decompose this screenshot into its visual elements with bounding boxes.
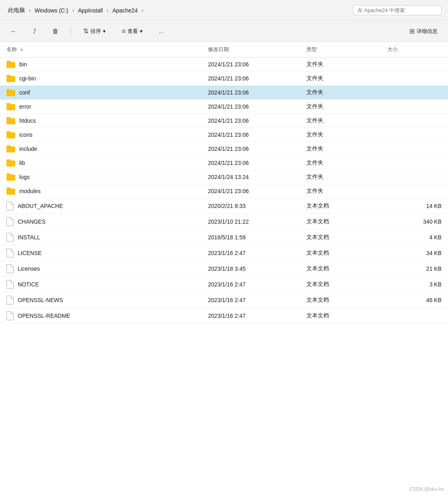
sort-button[interactable]: ⇅ 排序 ▾ (79, 25, 110, 37)
file-size (381, 156, 448, 170)
search-input[interactable] (353, 5, 442, 15)
breadcrumb-bar: 此电脑 › Windows (C:) › AppInstall › Apache… (0, 0, 448, 21)
file-name-cell: OPENSSL-NEWS (0, 292, 201, 308)
file-name: cgi-bin (19, 75, 36, 82)
breadcrumb-sep-1: › (29, 8, 31, 13)
more-label: ... (159, 28, 163, 34)
more-button[interactable]: ... (155, 26, 167, 37)
file-type: 文件夹 (300, 86, 381, 100)
folder-icon (6, 145, 15, 152)
back-button[interactable]: ← (6, 25, 21, 37)
table-row[interactable]: conf2024/1/21 23:06文件夹 (0, 86, 448, 100)
file-date: 2023/1/16 2:47 (201, 245, 300, 261)
view-button[interactable]: ≡ 查看 ▾ (118, 25, 147, 37)
file-name: error (19, 103, 31, 110)
col-header-size[interactable]: 大小 (381, 42, 448, 58)
file-date: 2024/1/21 23:06 (201, 128, 300, 142)
table-row[interactable]: ABOUT_APACHE2020/2/21 8:33文本文档14 KB (0, 198, 448, 214)
table-row[interactable]: bin2024/1/21 23:06文件夹 (0, 58, 448, 72)
table-row[interactable]: LICENSE2023/1/16 2:47文本文档34 KB (0, 245, 448, 261)
file-name-cell: icons (0, 128, 201, 142)
table-row[interactable]: INSTALL2016/5/18 1:59文本文档4 KB (0, 230, 448, 245)
breadcrumb-this-pc[interactable]: 此电脑 (6, 6, 27, 15)
table-row[interactable]: NOTICE2023/1/16 2:47文本文档3 KB (0, 277, 448, 292)
sort-arrow-name: ∧ (20, 47, 23, 52)
table-row[interactable]: include2024/1/21 23:06文件夹 (0, 142, 448, 156)
table-row[interactable]: error2024/1/21 23:06文件夹 (0, 100, 448, 114)
table-row[interactable]: Licenses2023/1/18 3:45文本文档21 KB (0, 261, 448, 277)
breadcrumb-windows[interactable]: Windows (C:) (33, 6, 70, 14)
file-size (381, 114, 448, 128)
table-row[interactable]: icons2024/1/21 23:06文件夹 (0, 128, 448, 142)
table-row[interactable]: htdocs2024/1/21 23:06文件夹 (0, 114, 448, 128)
details-button[interactable]: ⊞ 详细信息 (405, 25, 442, 37)
file-size (381, 142, 448, 156)
file-name-cell: bin (0, 58, 201, 72)
file-type: 文件夹 (300, 72, 381, 86)
file-size: 340 KB (381, 214, 448, 230)
file-name-cell: INSTALL (0, 230, 201, 245)
file-name-cell: OPENSSL-README (0, 308, 201, 324)
table-row[interactable]: cgi-bin2024/1/21 23:06文件夹 (0, 72, 448, 86)
file-type: 文件夹 (300, 114, 381, 128)
file-size (381, 58, 448, 72)
file-type: 文本文档 (300, 214, 381, 230)
file-size (381, 100, 448, 114)
file-name: NOTICE (18, 281, 39, 288)
breadcrumb-sep-3: › (107, 8, 109, 13)
details-label: 详细信息 (417, 28, 438, 35)
file-name-cell: cgi-bin (0, 72, 201, 86)
file-icon (6, 202, 14, 210)
file-date: 2023/1/16 2:47 (201, 308, 300, 324)
file-name-cell: include (0, 142, 201, 156)
file-name-cell: lib (0, 156, 201, 170)
file-date: 2023/1/16 2:47 (201, 292, 300, 308)
file-date: 2016/5/18 1:59 (201, 230, 300, 245)
sort-label: 排序 (90, 28, 101, 35)
table-row[interactable]: OPENSSL-NEWS2023/1/16 2:47文本文档46 KB (0, 292, 448, 308)
col-header-date[interactable]: 修改日期 (201, 42, 300, 58)
file-name: INSTALL (18, 234, 40, 241)
file-size: 34 KB (381, 245, 448, 261)
file-type: 文本文档 (300, 277, 381, 292)
file-type: 文件夹 (300, 156, 381, 170)
col-header-type[interactable]: 类型 (300, 42, 381, 58)
file-date: 2023/1/16 2:47 (201, 277, 300, 292)
file-type: 文件夹 (300, 184, 381, 198)
table-row[interactable]: lib2024/1/21 23:06文件夹 (0, 156, 448, 170)
file-name-cell: CHANGES (0, 214, 201, 230)
breadcrumb-sep-4: › (142, 8, 144, 13)
share-button[interactable]: ⤴ (29, 25, 40, 37)
toolbar-sep-1 (71, 27, 71, 36)
table-row[interactable]: CHANGES2023/1/10 21:22文本文档340 KB (0, 214, 448, 230)
file-date: 2024/1/21 23:06 (201, 184, 300, 198)
folder-icon (6, 103, 15, 110)
file-name: bin (19, 61, 27, 68)
back-icon: ← (10, 28, 17, 35)
file-date: 2024/1/21 23:06 (201, 114, 300, 128)
table-row[interactable]: logs2024/1/24 13:24文件夹 (0, 170, 448, 184)
file-type: 文本文档 (300, 261, 381, 277)
file-name: include (19, 146, 37, 152)
details-icon: ⊞ (409, 27, 415, 35)
view-icon: ≡ (122, 28, 125, 35)
file-size: 21 KB (381, 261, 448, 277)
breadcrumb-apache24[interactable]: Apache24 (111, 6, 140, 14)
file-type: 文本文档 (300, 230, 381, 245)
file-size (381, 170, 448, 184)
file-size: 46 KB (381, 292, 448, 308)
file-name: ABOUT_APACHE (18, 203, 63, 209)
delete-button[interactable]: 🗑 (48, 25, 63, 37)
toolbar-right: ⊞ 详细信息 (405, 25, 442, 37)
delete-icon: 🗑 (52, 28, 59, 35)
table-row[interactable]: modules2024/1/21 23:06文件夹 (0, 184, 448, 198)
file-name: LICENSE (18, 250, 42, 256)
col-header-name[interactable]: 名称 ∧ (0, 42, 201, 58)
folder-icon (6, 159, 15, 167)
table-row[interactable]: OPENSSL-README2023/1/16 2:47文本文档 (0, 308, 448, 324)
breadcrumb-appinstall[interactable]: AppInstall (76, 6, 104, 14)
file-icon (6, 264, 14, 273)
file-icon (6, 233, 14, 242)
file-name-cell: Licenses (0, 261, 201, 277)
file-size (381, 128, 448, 142)
